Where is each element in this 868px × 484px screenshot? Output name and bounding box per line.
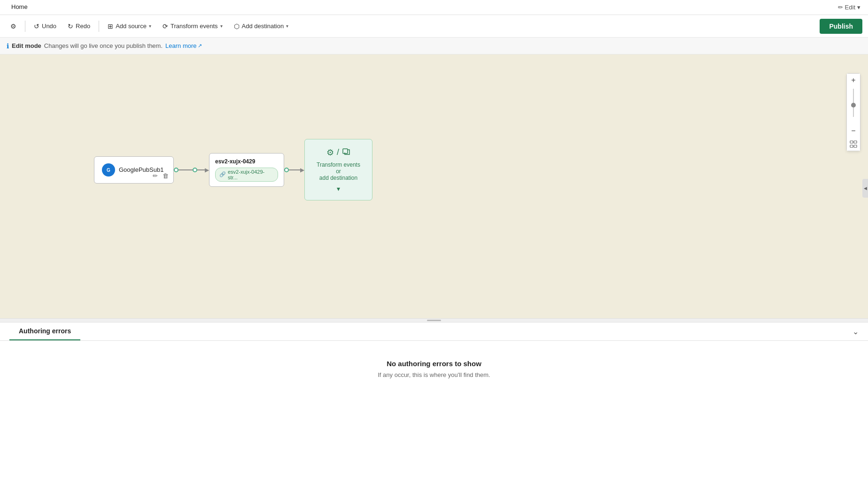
transform-events-caret-icon: ▾ [220, 23, 223, 29]
info-message: Changes will go live once you publish th… [44, 42, 163, 49]
connector-dot-3 [284, 168, 289, 172]
zoom-fit-button[interactable] [847, 138, 860, 151]
event-node-tag: 🔗 esv2-xujx-0429-str... [215, 168, 278, 182]
svg-rect-2 [343, 149, 348, 154]
redo-icon: ↻ [68, 23, 73, 30]
toolbar-separator-2 [99, 21, 99, 32]
right-panel-toggle[interactable]: ◀ [862, 179, 868, 198]
export-icon [342, 147, 350, 155]
canvas-resize-handle[interactable] [0, 318, 868, 322]
connector-arrowhead-1: ▶ [205, 167, 209, 173]
info-bar: ℹ Edit mode Changes will go live once yo… [0, 38, 868, 54]
connector-line-1 [178, 169, 193, 170]
bottom-panel-header: Authoring errors [9, 323, 80, 340]
connector-arrow-2: ▶ [289, 167, 304, 173]
svg-rect-4 [854, 141, 857, 143]
redo-button[interactable]: ↻ Redo [63, 20, 95, 33]
flow-container: G GooglePubSub1 ✏ 🗑 ▶ [94, 139, 372, 200]
publish-button[interactable]: Publish [820, 19, 862, 34]
redo-label: Redo [76, 23, 90, 30]
zoom-thumb[interactable] [851, 103, 856, 108]
settings-icon: ⚙ [10, 23, 16, 30]
title-bar: Home ✏ Edit ▾ [0, 0, 868, 15]
zoom-controls: + − [846, 73, 860, 151]
add-destination-button[interactable]: ⬡ Add destination ▾ [229, 20, 294, 33]
authoring-errors-title: Authoring errors [19, 327, 71, 335]
connector-event-transform: ▶ [284, 167, 304, 173]
connector-arrow-1: ▶ [197, 167, 209, 173]
undo-icon: ↺ [34, 23, 39, 30]
toolbar-separator-1 [25, 21, 25, 32]
add-source-caret-icon: ▾ [149, 23, 151, 29]
edit-caret-icon: ▾ [857, 4, 860, 11]
zoom-fit-icon [850, 140, 857, 148]
toolbar: ⚙ ↺ Undo ↻ Redo ⊞ Add source ▾ ⟳ Transfo… [0, 15, 868, 38]
transform-label-text: Transform events oradd destination [317, 161, 360, 181]
no-errors-subtitle: If any occur, this is where you'll find … [378, 371, 490, 378]
bottom-panel: Authoring errors ⌄ No authoring errors t… [0, 322, 868, 484]
source-edit-icon: ✏ [153, 172, 158, 179]
svg-rect-3 [850, 141, 853, 143]
zoom-in-button[interactable]: + [847, 74, 860, 87]
add-destination-icon: ⬡ [234, 23, 240, 30]
add-destination-caret-icon: ▾ [286, 23, 288, 29]
transform-node-label: Transform events oradd destination [314, 161, 363, 181]
home-tab[interactable]: Home [8, 1, 31, 13]
source-node-actions: ✏ 🗑 [152, 171, 170, 180]
connector-dot-2 [193, 168, 197, 172]
external-link-icon: ↗ [198, 43, 202, 49]
transform-separator: / [337, 147, 339, 157]
edit-mode-label: Edit mode [12, 42, 41, 49]
info-icon: ℹ [7, 42, 9, 50]
transform-node-icons: ⚙ / [326, 147, 350, 158]
connector-arrow-line-2 [289, 169, 300, 170]
resize-handle-indicator [427, 320, 441, 321]
undo-button[interactable]: ↺ Undo [29, 20, 61, 33]
transform-events-icon: ⟳ [163, 23, 168, 30]
connector-dot-1 [174, 168, 178, 172]
bottom-panel-collapse-button[interactable]: ⌄ [852, 327, 859, 336]
add-destination-label: Add destination [242, 23, 284, 30]
svg-rect-5 [850, 145, 853, 147]
event-stream-node[interactable]: esv2-xujx-0429 🔗 esv2-xujx-0429-str... [209, 153, 284, 187]
edit-icon: ✏ [838, 4, 843, 11]
event-tag-label: esv2-xujx-0429-str... [228, 169, 274, 180]
learn-more-label: Learn more [165, 42, 196, 49]
event-tag-icon: 🔗 [219, 171, 226, 177]
settings-button[interactable]: ⚙ [6, 20, 21, 33]
transform-events-label: Transform events [170, 23, 218, 30]
learn-more-link[interactable]: Learn more ↗ [165, 42, 202, 49]
source-node[interactable]: G GooglePubSub1 ✏ 🗑 [94, 156, 174, 184]
source-node-icon: G [102, 163, 115, 177]
zoom-out-button[interactable]: − [847, 124, 860, 138]
source-edit-button[interactable]: ✏ [152, 171, 159, 180]
edit-menu[interactable]: ✏ Edit ▾ [838, 4, 860, 11]
edit-label: Edit [845, 4, 855, 11]
svg-rect-6 [854, 145, 857, 147]
add-source-icon: ⊞ [108, 23, 113, 30]
add-source-button[interactable]: ⊞ Add source ▾ [103, 20, 156, 33]
canvas: G GooglePubSub1 ✏ 🗑 ▶ [0, 54, 868, 322]
add-source-label: Add source [116, 23, 147, 30]
undo-label: Undo [42, 23, 56, 30]
connector-source-event: ▶ [174, 167, 209, 173]
event-node-title: esv2-xujx-0429 [215, 158, 278, 165]
connector-arrowhead-2: ▶ [300, 167, 304, 173]
connector-arrow-line-1 [197, 169, 205, 170]
zoom-track [853, 89, 854, 117]
no-errors-section: No authoring errors to show If any occur… [0, 341, 868, 397]
transform-export-icon [342, 147, 350, 158]
zoom-slider-container [853, 87, 854, 124]
transform-destination-node[interactable]: ⚙ / Transform events oradd destination ▾ [304, 139, 372, 200]
svg-text:G: G [107, 168, 110, 173]
source-delete-icon: 🗑 [163, 172, 169, 179]
transform-chevron-icon: ▾ [337, 185, 340, 192]
no-errors-title: No authoring errors to show [387, 360, 481, 368]
bottom-panel-header-row: Authoring errors ⌄ [0, 323, 868, 341]
transform-gear-icon: ⚙ [326, 147, 334, 158]
toggle-icon: ◀ [864, 186, 867, 191]
google-pubsub-icon: G [104, 166, 113, 174]
source-delete-button[interactable]: 🗑 [162, 171, 170, 180]
transform-events-button[interactable]: ⟳ Transform events ▾ [158, 20, 227, 33]
